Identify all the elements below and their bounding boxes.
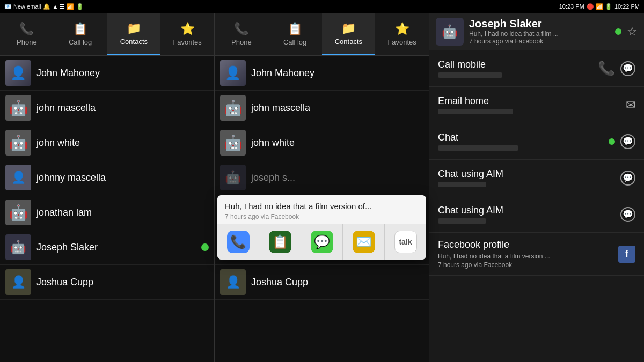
- list-item[interactable]: 🤖 john white: [215, 125, 429, 160]
- call-icon: 📞: [227, 231, 250, 253]
- contacts-label: Contacts: [335, 38, 362, 46]
- action-email-home[interactable]: Email home ✉: [429, 87, 644, 123]
- action-call-icons: 📞 💬: [598, 60, 635, 77]
- avatar: 🤖: [220, 95, 246, 121]
- action-aim1-icons: 💬: [620, 171, 635, 186]
- android-icon: 🤖: [9, 204, 28, 221]
- aim2-bubble-icon[interactable]: 💬: [620, 207, 635, 222]
- chat-bubble-icon[interactable]: 💬: [620, 134, 635, 149]
- favorites-label: Favorites: [173, 38, 201, 46]
- calllog-icon: 📋: [73, 22, 87, 36]
- list-item[interactable]: joseph s...: [215, 160, 429, 195]
- time-right: 10:22 PM: [614, 3, 640, 10]
- popup-call-button[interactable]: 📞: [217, 224, 259, 260]
- talk-icon: talk: [394, 231, 417, 253]
- popup-email-button[interactable]: ✉️: [343, 224, 385, 260]
- chat-online-dot: [609, 138, 615, 145]
- left-nav-contacts[interactable]: 📁 Contacts: [107, 13, 161, 55]
- action-chat-title: Chat: [438, 132, 609, 143]
- list-item[interactable]: 🤖 john mascella: [215, 91, 429, 125]
- list-item[interactable]: Joseph Slaker: [0, 230, 214, 265]
- action-aim2-icons: 💬: [620, 207, 635, 222]
- android-icon: 🤖: [9, 134, 28, 152]
- avatar: 🤖: [5, 130, 31, 156]
- left-panel: 📞 Phone 📋 Call log 📁 Contacts ⭐ Favorite…: [0, 13, 215, 362]
- left-nav-favorites[interactable]: ⭐ Favorites: [160, 13, 214, 55]
- favorite-star-icon[interactable]: ☆: [627, 25, 638, 39]
- action-chat-aim-1[interactable]: Chat using AIM 💬: [429, 160, 644, 196]
- calllog-label: Call log: [69, 38, 92, 46]
- time-left: 10:23 PM: [559, 3, 584, 10]
- action-call-mobile[interactable]: Call mobile 📞 💬: [429, 50, 644, 87]
- popup-contacts-button[interactable]: 📋: [259, 224, 301, 260]
- list-item[interactable]: John Mahoney: [215, 56, 429, 91]
- action-call-sub: [438, 72, 502, 78]
- action-email-title: Email home: [438, 95, 626, 107]
- contact-name: johnny mascella: [36, 172, 106, 183]
- popup-talk-button[interactable]: talk: [385, 224, 426, 260]
- action-aim2-info: Chat using AIM: [438, 205, 620, 224]
- aim-bubble-icon[interactable]: 💬: [620, 171, 635, 186]
- right-nav-bar: 📞 Phone 📋 Call log 📁 Contacts ⭐ Favorite…: [215, 13, 429, 56]
- mid-nav-calllog[interactable]: 📋 Call log: [268, 13, 322, 55]
- list-item[interactable]: 👤 johnny mascella: [0, 160, 214, 195]
- avatar: 🤖: [5, 95, 31, 121]
- action-chat-info: Chat: [438, 132, 609, 151]
- contact-name: John Mahoney: [36, 68, 100, 79]
- favorites-icon: ⭐: [180, 22, 195, 36]
- left-nav-bar: 📞 Phone 📋 Call log 📁 Contacts ⭐ Favorite…: [0, 13, 214, 56]
- popup-action-bar: 📞 📋 💬 ✉️ talk: [217, 224, 426, 260]
- middle-panel: 📞 Phone 📋 Call log 📁 Contacts ⭐ Favorite…: [215, 13, 429, 362]
- list-item[interactable]: 🤖 jonathan lam: [0, 195, 214, 230]
- envelope-icon[interactable]: ✉: [626, 98, 635, 112]
- action-facebook[interactable]: Facebook profile Huh, I had no idea that…: [429, 233, 644, 276]
- contacts-label: Contacts: [120, 38, 148, 46]
- list-item[interactable]: 🤖 john white: [0, 125, 214, 160]
- android-icon: 🤖: [224, 99, 243, 117]
- avatar: [220, 60, 246, 86]
- action-chat[interactable]: Chat 💬: [429, 123, 644, 160]
- popup-text: Huh, I had no idea that a film version o…: [225, 202, 419, 211]
- list-item[interactable]: Joshua Cupp: [0, 265, 214, 300]
- list-item[interactable]: 🤖 john mascella: [0, 91, 214, 125]
- contacts-icon: 📁: [127, 21, 141, 35]
- avatar: [220, 269, 246, 295]
- mid-nav-phone[interactable]: 📞 Phone: [215, 13, 268, 55]
- mid-nav-contacts[interactable]: 📁 Contacts: [322, 13, 376, 55]
- contact-name: john mascella: [251, 102, 310, 114]
- online-dot: [615, 28, 621, 35]
- action-chat-aim-2[interactable]: Chat using AIM 💬: [429, 196, 644, 233]
- action-chat-sub: [438, 145, 518, 151]
- left-nav-calllog[interactable]: 📋 Call log: [54, 13, 107, 55]
- detail-status-time: 7 hours ago via Facebook: [469, 38, 610, 45]
- avatar: 🤖: [220, 130, 246, 156]
- list-item[interactable]: Joshua Cupp: [215, 265, 429, 300]
- action-email-sub: [438, 109, 513, 114]
- contact-name: john mascella: [36, 102, 96, 114]
- left-nav-phone[interactable]: 📞 Phone: [0, 13, 54, 55]
- android-icon: 🤖: [224, 134, 243, 152]
- email-icon: ✉️: [353, 231, 375, 253]
- calllog-icon: 📋: [288, 22, 302, 36]
- action-aim2-title: Chat using AIM: [438, 205, 620, 216]
- sms-bubble-icon[interactable]: 💬: [620, 61, 635, 76]
- green-phone-icon[interactable]: 📞: [598, 60, 615, 77]
- status-left: 📧 New email 🔔 ▲ ☰ 📶 🔋: [4, 3, 84, 10]
- notification-email: 📧 New email: [4, 3, 41, 10]
- mid-nav-favorites[interactable]: ⭐ Favorites: [375, 13, 429, 55]
- detail-header-actions: ☆: [615, 25, 638, 39]
- contact-name: jonathan lam: [36, 207, 92, 218]
- popup-sms-button[interactable]: 💬: [301, 224, 343, 260]
- action-aim1-info: Chat using AIM: [438, 168, 620, 187]
- action-aim1-sub: [438, 182, 486, 187]
- avatar: 🤖: [5, 200, 31, 225]
- detail-info: Joseph Slaker Huh, I had no idea that a …: [469, 18, 610, 45]
- facebook-icon[interactable]: f: [618, 246, 635, 263]
- contact-name: joseph s...: [251, 172, 295, 183]
- avatar: [5, 269, 31, 295]
- list-item[interactable]: John Mahoney: [0, 56, 214, 91]
- action-call-title: Call mobile: [438, 59, 598, 70]
- sms-icon: 💬: [311, 231, 333, 253]
- action-aim1-title: Chat using AIM: [438, 168, 620, 180]
- detail-name: Joseph Slaker: [469, 18, 610, 30]
